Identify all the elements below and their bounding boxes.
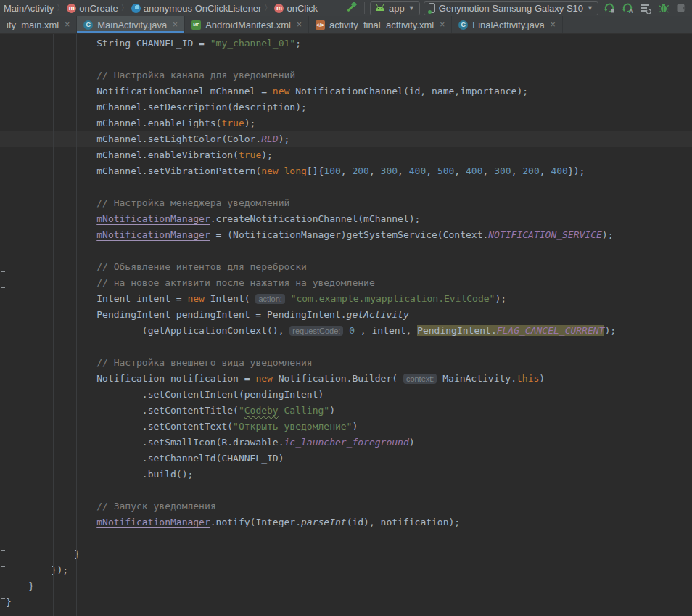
code-line: .setContentTitle("Codeby Calling")	[0, 403, 692, 419]
close-icon[interactable]: ×	[551, 20, 556, 30]
debug-bug-icon[interactable]	[656, 1, 671, 15]
method-icon: m	[67, 4, 76, 13]
breadcrumb-item[interactable]: monClick	[272, 3, 320, 14]
code-line	[0, 482, 692, 498]
code-line: mNotificationManager = (NotificationMana…	[0, 227, 692, 243]
code-token: []{	[307, 165, 324, 176]
sync-list-icon[interactable]	[638, 1, 653, 15]
code-token: 400	[466, 165, 482, 176]
device-select[interactable]: Genymotion Samsung Galaxy S10 ▼	[424, 1, 598, 15]
code-line: // Запуск уведомления	[0, 498, 692, 514]
code-editor[interactable]: String CHANNEL_ID = "my_channel_01"; // …	[0, 34, 692, 616]
code-line: mChannel.enableLights(true);	[0, 115, 692, 131]
code-token: "Открыть уведомление"	[233, 421, 352, 432]
code-token: // Настройка канала для уведомлений	[6, 70, 295, 81]
code-token: .createNotificationChannel(mChannel);	[210, 213, 421, 224]
code-token: ,	[483, 165, 495, 176]
code-token: = (NotificationManager)getSystemService(…	[210, 229, 489, 240]
fold-marker-icon[interactable]	[1, 566, 5, 575]
tab-finalacttivity-java[interactable]: CFinalActtivity.java×	[452, 16, 562, 33]
code-token: RED	[261, 134, 278, 144]
tab-label: AndroidManifest.xml	[205, 20, 291, 30]
code-token: String CHANNEL_ID =	[6, 38, 210, 49]
tab-activity-final-acttivity-xml[interactable]: </>activity_final_acttivity.xml×	[309, 16, 452, 33]
tab-ity-main-xml[interactable]: ity_main.xml×	[0, 16, 77, 33]
manifest-file-icon: MF	[191, 20, 201, 30]
fold-marker-icon[interactable]	[1, 279, 5, 288]
code-token: .setContentText(	[6, 421, 233, 432]
breadcrumb-item[interactable]: anonymous OnClickListener	[129, 3, 264, 14]
fold-marker-icon[interactable]	[1, 550, 5, 559]
code-token: );	[604, 325, 616, 336]
code-token: 0	[349, 325, 355, 336]
fold-marker-icon[interactable]	[1, 263, 5, 272]
code-token: }	[6, 580, 34, 591]
toolbar-run-controls: app ▼ Genymotion Samsung Galaxy S10 ▼ A	[345, 1, 691, 15]
code-line: mChannel.setLightColor(Color.RED);	[0, 131, 692, 147]
breadcrumb-separator: 〉	[263, 3, 272, 13]
code-token: }	[6, 596, 12, 607]
code-token: )	[352, 421, 358, 432]
build-hammer-icon[interactable]	[345, 1, 359, 15]
code-token: true	[239, 149, 261, 160]
chevron-down-icon: ▼	[587, 4, 593, 12]
code-content: String CHANNEL_ID = "my_channel_01"; // …	[0, 36, 692, 610]
breadcrumb-label: onCreate	[79, 3, 118, 14]
code-token: );	[261, 149, 273, 160]
anonymous-class-icon	[131, 4, 141, 13]
code-token: MainActivity.	[437, 373, 516, 384]
code-line: mNotificationManager.notify(Integer.pars…	[0, 514, 692, 530]
breadcrumb-label: onClick	[287, 3, 318, 14]
code-line: }	[0, 594, 692, 610]
code-token: ,	[341, 165, 353, 176]
code-token: PendingIntent pendingIntent = PendingInt…	[6, 309, 347, 320]
parameter-hint: context:	[403, 374, 437, 384]
apply-code-changes-icon[interactable]: A	[620, 1, 635, 15]
code-line	[0, 530, 692, 546]
run-configuration-select[interactable]: app ▼	[370, 1, 420, 15]
tab-mainactivity-java[interactable]: CMainActivity.java×	[77, 16, 185, 33]
code-token: mChannel.setVibrationPattern(	[6, 165, 261, 176]
parameter-hint: requestCode:	[289, 326, 343, 336]
code-token: );	[279, 134, 290, 144]
code-token: // Настройка менеджера уведомлений	[6, 197, 289, 208]
code-token: "com.example.myapplication.EvilCode"	[291, 293, 495, 304]
code-token: Codeby	[244, 405, 279, 416]
code-token: .setSmallIcon(R.drawable.	[6, 437, 284, 448]
code-token: .notify(Integer.	[210, 517, 301, 527]
code-token: );	[495, 293, 506, 304]
code-line: mChannel.setVibrationPattern(new long[]{…	[0, 163, 692, 179]
code-token: ,	[426, 165, 437, 176]
code-token: Intent(	[205, 293, 255, 304]
code-token	[285, 293, 291, 304]
close-icon[interactable]: ×	[297, 20, 302, 30]
close-icon[interactable]: ×	[65, 20, 70, 30]
code-token: , intent,	[355, 325, 417, 336]
breadcrumb-item[interactable]: MainActivity	[1, 3, 56, 14]
code-line: .setChannelId(CHANNEL_ID)	[0, 451, 692, 467]
code-token: .setContentIntent(pendingIntent)	[6, 389, 324, 400]
tab-label: FinalActtivity.java	[472, 20, 544, 30]
tab-androidmanifest-xml[interactable]: MFAndroidManifest.xml×	[185, 16, 309, 33]
rerun-apply-changes-icon[interactable]	[602, 1, 617, 15]
code-token: NotificationChannel(id, name,importance)…	[289, 86, 528, 96]
close-icon[interactable]: ×	[173, 20, 178, 30]
code-line: // Настройка внешнего вида уведомления	[0, 355, 692, 371]
device-label: Genymotion Samsung Galaxy S10	[439, 3, 583, 14]
fold-marker-icon[interactable]	[1, 598, 5, 607]
code-token: Intent intent =	[6, 293, 187, 304]
code-token: 400	[551, 165, 567, 176]
code-token: true	[221, 118, 244, 128]
code-token: Calling"	[279, 405, 329, 416]
main-toolbar: MainActivity〉monCreate〉anonymous OnClick…	[0, 0, 692, 16]
code-token: PendingIntent.	[417, 325, 497, 336]
code-line: NotificationChannel mChannel = new Notif…	[0, 83, 692, 99]
method-icon: m	[274, 4, 284, 13]
code-token: (getApplicationContext(),	[6, 325, 289, 336]
close-icon[interactable]: ×	[440, 20, 445, 30]
device-phone-icon	[429, 3, 435, 13]
right-margin-line	[585, 34, 585, 616]
code-line: }	[0, 578, 692, 594]
breadcrumb-item[interactable]: monCreate	[65, 3, 120, 14]
attach-stop-icon[interactable]	[675, 1, 689, 15]
